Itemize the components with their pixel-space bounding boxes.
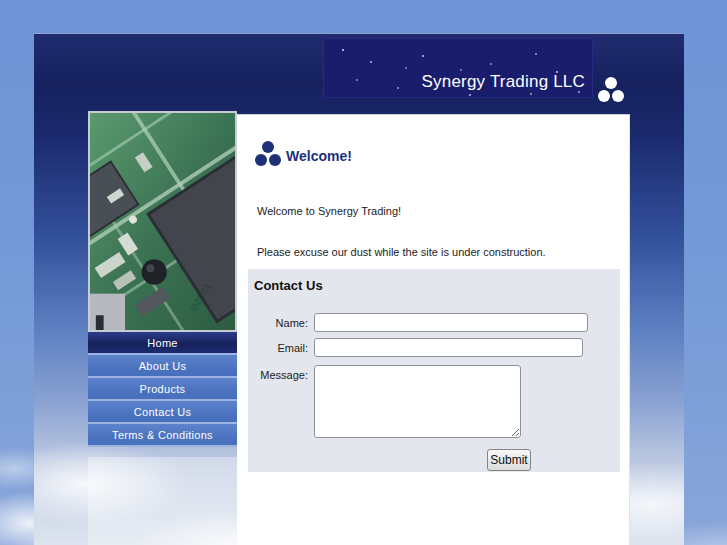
welcome-text-line: Please excuse our dust while the site is… [257,246,617,260]
circuit-board-graphic [90,113,235,330]
header-title-box: Synergy Trading LLC [323,38,593,98]
name-label: Name: [248,317,308,329]
circuit-board-image: ©2001 [88,111,237,332]
starfield-decoration [342,49,344,51]
sidebar-lower-area [88,457,237,545]
submit-button[interactable]: Submit [487,449,531,471]
sidebar-item-contact-us[interactable]: Contact Us [88,401,237,424]
contact-form-panel: Contact Us Name: Email: Message: Submit [248,269,620,472]
sidebar-item-terms[interactable]: Terms & Conditions [88,424,237,447]
sidebar-item-about-us[interactable]: About Us [88,355,237,378]
sidebar-item-products[interactable]: Products [88,378,237,401]
email-label: Email: [248,342,308,354]
contact-form-heading: Contact Us [254,278,323,293]
site-container: Synergy Trading LLC Welcome! Welcome to … [34,33,684,545]
sidebar-nav: Home About Us Products Contact Us Terms … [88,332,237,447]
welcome-logo-icon [255,141,283,168]
name-input[interactable] [314,313,588,332]
message-label: Message: [248,369,308,381]
welcome-text-line: Welcome to Synergy Trading! [257,205,617,219]
email-input[interactable] [314,338,583,357]
site-title: Synergy Trading LLC [422,72,586,92]
company-logo-icon [598,77,626,104]
sidebar-item-home[interactable]: Home [88,332,237,355]
welcome-heading: Welcome! [286,148,352,164]
page-background: Synergy Trading LLC Welcome! Welcome to … [0,0,727,545]
message-textarea[interactable] [314,365,521,438]
content-area: Welcome! Welcome to Synergy Trading! Ple… [237,114,630,545]
